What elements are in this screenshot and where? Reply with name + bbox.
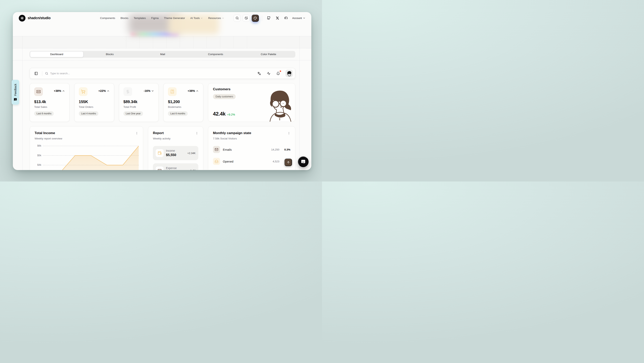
arrow-up-icon (287, 161, 290, 164)
dashed-guide-vertical (300, 36, 300, 170)
search-icon (236, 16, 239, 20)
customers-delta: +9.2% (227, 113, 235, 116)
tab-blocks[interactable]: Blocks (83, 51, 136, 57)
search-button[interactable] (234, 14, 240, 22)
feedback-label: Feedback (14, 84, 17, 96)
stat-card-total-sales: +38% $13.4k Total Sales Last 6 months (30, 83, 70, 122)
theme-toggle-button[interactable] (242, 14, 250, 22)
chevron-up-icon (62, 90, 65, 92)
notifications-button[interactable] (276, 71, 281, 76)
nav-item-blocks[interactable]: Blocks (120, 16, 128, 20)
stat-label: Total Profit (124, 106, 154, 108)
dollar-sign-icon (124, 87, 132, 96)
monthly-campaign-card: Monthly campaign state 7.58k Social Visi… (208, 126, 295, 170)
chevron-up-icon (196, 90, 199, 92)
tab-dashboard[interactable]: Dashboard (30, 51, 83, 57)
stat-card-bookmarks: +38% $1,200 Bookmarks Last 6 months (163, 83, 203, 122)
report-item-expense: Expense $3,520 -1.4K (153, 163, 198, 170)
theme-palette-button[interactable] (252, 14, 259, 22)
app-window: shadcn/studio Components Blocks Template… (13, 12, 311, 170)
report-item-label: Income (166, 149, 185, 152)
mouse-pointer-click-icon (213, 170, 220, 170)
bell-icon (276, 72, 280, 75)
x-twitter-link[interactable] (274, 15, 281, 22)
campaign-subtitle: 7.58k Social Visitors (213, 137, 290, 140)
customer-illustration (253, 89, 295, 122)
hero-band (13, 36, 311, 48)
main-nav: Components Blocks Templates Figma Theme … (100, 12, 224, 24)
nav-item-ai-tools[interactable]: AI Tools (190, 16, 203, 20)
github-link[interactable] (265, 15, 272, 22)
dashboard-header-bar (30, 68, 295, 79)
chevron-down-icon (200, 17, 203, 19)
stat-label: Total Orders (79, 106, 110, 108)
brand[interactable]: shadcn/studio (19, 15, 50, 22)
trend-badge[interactable]: +38% (54, 89, 65, 92)
customers-value: 42.4k (213, 111, 226, 117)
kebab-menu-icon[interactable] (286, 130, 292, 136)
report-item-label: Expense (166, 166, 187, 170)
avatar[interactable] (286, 70, 293, 77)
account-menu[interactable]: Account (292, 16, 306, 20)
brand-logo-icon (19, 15, 26, 22)
dashed-guide-horizontal (13, 48, 311, 48)
nav-item-figma[interactable]: Figma (151, 16, 159, 20)
divider (262, 16, 262, 21)
chart-area-fill (43, 146, 139, 170)
search-input[interactable] (50, 72, 256, 75)
dashed-guide-vertical (22, 36, 22, 170)
notification-dot (280, 70, 281, 72)
chat-widget-button[interactable] (298, 156, 308, 167)
campaign-title: Monthly campaign state (213, 131, 290, 135)
campaign-row-emails: Emails 14,250 0.3% (213, 146, 290, 153)
report-item-value: $5,550 (166, 153, 185, 157)
scroll-to-top-button[interactable] (284, 158, 292, 166)
campaign-row-value: 14,250 (271, 148, 279, 151)
period-badge: Last 6 months (168, 111, 188, 116)
stat-label: Total Sales (34, 106, 65, 108)
languages-icon (258, 72, 261, 75)
trend-badge[interactable]: +22% (98, 89, 110, 92)
dashed-guide-horizontal (13, 60, 311, 60)
feedback-tab[interactable]: Feedback (12, 80, 19, 105)
tab-color-palette[interactable]: Color Palette (242, 51, 295, 57)
shopping-cart-icon (79, 87, 88, 96)
report-item-delta: +2.34K (187, 152, 196, 155)
wallet-icon (156, 149, 164, 157)
report-subtitle: Weekly activity (153, 137, 198, 140)
navbar: shadcn/studio Components Blocks Template… (13, 12, 311, 24)
total-income-card: Total Income Weekly report overview $6k … (30, 126, 143, 170)
campaign-row-clicked: Clicked 1,250 1.3% (213, 170, 290, 170)
demo-tab-bar: Dashboard Blocks Mail Components Color P… (30, 51, 295, 58)
activity-icon (267, 72, 270, 75)
activity-button[interactable] (266, 71, 271, 76)
trend-badge[interactable]: +38% (188, 89, 199, 92)
report-card: Report Weekly activity Income $5,550 +2.… (148, 126, 203, 170)
languages-button[interactable] (256, 71, 262, 76)
kebab-menu-icon[interactable] (134, 130, 140, 136)
panel-left-icon[interactable] (34, 71, 39, 76)
book-marked-icon (168, 87, 176, 96)
customers-card: Customers Daily customers 42.4k +9.2% (208, 83, 295, 122)
chevron-up-icon (107, 90, 110, 92)
nav-item-theme-generator[interactable]: Theme Generator (164, 16, 185, 20)
kebab-menu-icon[interactable] (194, 130, 200, 136)
period-badge: Last 4 months (79, 111, 98, 116)
nav-item-resources[interactable]: Resources (208, 16, 224, 20)
github-icon (267, 16, 271, 20)
campaign-row-pct: 0.3% (282, 148, 290, 151)
campaign-row-opened: Opened 4,523 3.1% (213, 158, 290, 165)
credit-card-icon (156, 166, 164, 170)
stat-value: $13.4k (34, 100, 65, 104)
nav-item-templates[interactable]: Templates (134, 16, 146, 20)
discord-icon (284, 16, 288, 20)
discord-link[interactable] (283, 15, 290, 22)
trend-badge[interactable]: -16% (144, 89, 154, 92)
decorative-rainbow-blur (131, 32, 178, 36)
stat-label: Bookmarks (168, 106, 199, 108)
ticket-check-icon (34, 87, 43, 96)
tab-mail[interactable]: Mail (136, 51, 189, 57)
palette-icon (254, 16, 257, 20)
nav-item-components[interactable]: Components (100, 16, 115, 20)
tab-components[interactable]: Components (189, 51, 242, 57)
